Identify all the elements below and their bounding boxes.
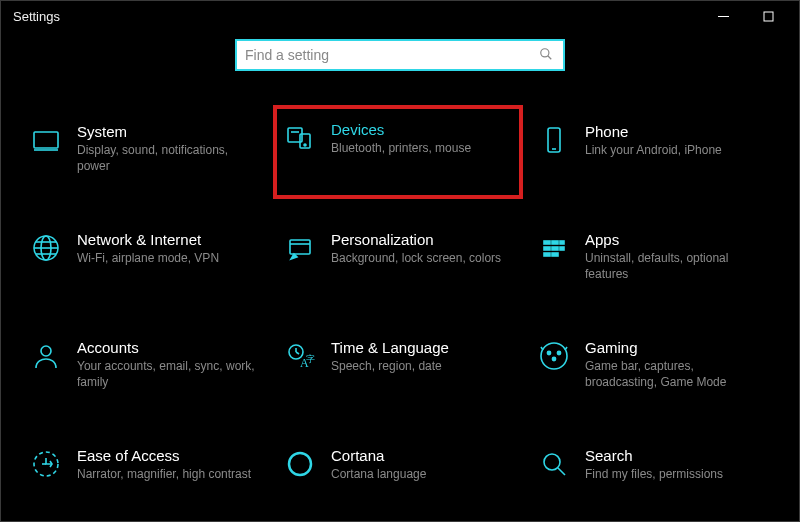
category-text: Ease of AccessNarrator, magnifier, high … xyxy=(77,447,251,482)
category-title: Accounts xyxy=(77,339,257,356)
category-title: Cortana xyxy=(331,447,426,464)
category-phone[interactable]: PhoneLink your Android, iPhone xyxy=(537,117,771,187)
globe-icon xyxy=(29,231,63,265)
category-text: SystemDisplay, sound, notifications, pow… xyxy=(77,123,257,174)
category-personalization[interactable]: PersonalizationBackground, lock screen, … xyxy=(283,225,517,295)
apps-icon xyxy=(537,231,571,265)
time-lang-icon xyxy=(283,339,317,373)
category-description: Speech, region, date xyxy=(331,358,449,374)
settings-window: Settings SystemDisplay, sound, notificat… xyxy=(0,0,800,522)
svg-point-2 xyxy=(541,49,549,57)
category-title: Personalization xyxy=(331,231,501,248)
category-gaming[interactable]: GamingGame bar, captures, broadcasting, … xyxy=(537,333,771,403)
category-text: CortanaCortana language xyxy=(331,447,426,482)
search-icon xyxy=(539,47,555,63)
category-text: AccountsYour accounts, email, sync, work… xyxy=(77,339,257,390)
category-network-internet[interactable]: Network & InternetWi-Fi, airplane mode, … xyxy=(29,225,263,295)
maximize-icon xyxy=(763,11,774,22)
category-description: Narrator, magnifier, high contrast xyxy=(77,466,251,482)
minimize-button[interactable] xyxy=(701,1,746,31)
category-title: Gaming xyxy=(585,339,765,356)
search-bar-container xyxy=(1,39,799,71)
minimize-icon xyxy=(718,11,729,22)
category-devices[interactable]: DevicesBluetooth, printers, mouse xyxy=(273,105,523,199)
category-time-language[interactable]: Time & LanguageSpeech, region, date xyxy=(283,333,517,403)
category-accounts[interactable]: AccountsYour accounts, email, sync, work… xyxy=(29,333,263,403)
search-input[interactable] xyxy=(245,47,539,63)
category-description: Bluetooth, printers, mouse xyxy=(331,140,471,156)
svg-rect-1 xyxy=(764,12,773,21)
category-text: GamingGame bar, captures, broadcasting, … xyxy=(585,339,765,390)
category-text: PersonalizationBackground, lock screen, … xyxy=(331,231,501,266)
category-system[interactable]: SystemDisplay, sound, notifications, pow… xyxy=(29,117,263,187)
monitor-icon xyxy=(29,123,63,157)
category-grid: SystemDisplay, sound, notifications, pow… xyxy=(1,117,799,511)
category-description: Link your Android, iPhone xyxy=(585,142,722,158)
category-ease-of-access[interactable]: Ease of AccessNarrator, magnifier, high … xyxy=(29,441,263,511)
category-text: Time & LanguageSpeech, region, date xyxy=(331,339,449,374)
category-title: Time & Language xyxy=(331,339,449,356)
category-text: AppsUninstall, defaults, optional featur… xyxy=(585,231,765,282)
maximize-button[interactable] xyxy=(746,1,791,31)
category-text: Network & InternetWi-Fi, airplane mode, … xyxy=(77,231,219,266)
ease-icon xyxy=(29,447,63,481)
category-description: Game bar, captures, broadcasting, Game M… xyxy=(585,358,765,390)
category-search[interactable]: SearchFind my files, permissions xyxy=(537,441,771,511)
title-bar: Settings xyxy=(1,1,799,31)
devices-icon xyxy=(283,121,317,155)
category-description: Wi-Fi, airplane mode, VPN xyxy=(77,250,219,266)
category-title: Devices xyxy=(331,121,471,138)
category-description: Cortana language xyxy=(331,466,426,482)
window-title: Settings xyxy=(13,9,60,24)
category-apps[interactable]: AppsUninstall, defaults, optional featur… xyxy=(537,225,771,295)
window-controls xyxy=(701,1,791,31)
gaming-icon xyxy=(537,339,571,373)
category-description: Find my files, permissions xyxy=(585,466,723,482)
category-description: Background, lock screen, colors xyxy=(331,250,501,266)
phone-icon xyxy=(537,123,571,157)
category-cortana[interactable]: CortanaCortana language xyxy=(283,441,517,511)
category-text: DevicesBluetooth, printers, mouse xyxy=(331,121,471,156)
category-description: Uninstall, defaults, optional features xyxy=(585,250,765,282)
category-title: Phone xyxy=(585,123,722,140)
category-text: SearchFind my files, permissions xyxy=(585,447,723,482)
search-box[interactable] xyxy=(235,39,565,71)
brush-icon xyxy=(283,231,317,265)
category-title: Apps xyxy=(585,231,765,248)
category-title: System xyxy=(77,123,257,140)
person-icon xyxy=(29,339,63,373)
category-description: Display, sound, notifications, power xyxy=(77,142,257,174)
category-title: Network & Internet xyxy=(77,231,219,248)
category-title: Ease of Access xyxy=(77,447,251,464)
category-description: Your accounts, email, sync, work, family xyxy=(77,358,257,390)
search-cat-icon xyxy=(537,447,571,481)
svg-line-3 xyxy=(548,56,552,60)
category-title: Search xyxy=(585,447,723,464)
cortana-icon xyxy=(283,447,317,481)
category-text: PhoneLink your Android, iPhone xyxy=(585,123,722,158)
